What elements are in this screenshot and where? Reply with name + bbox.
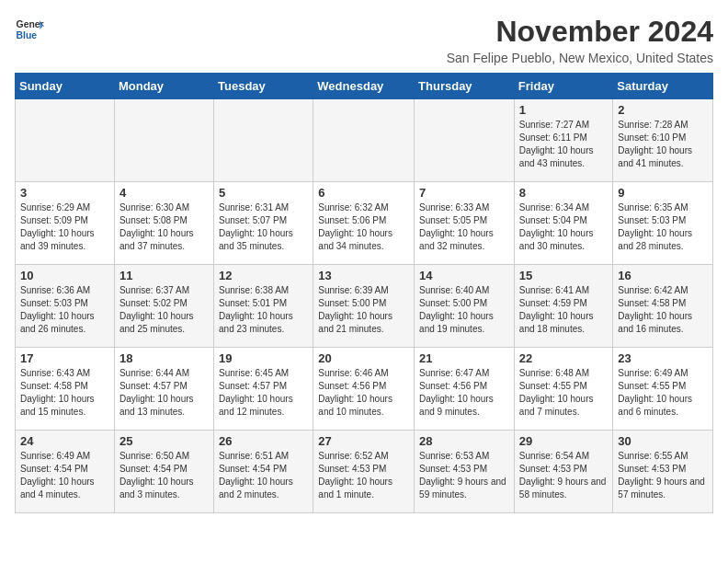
day-number: 8 xyxy=(519,186,609,200)
weekday-header-tuesday: Tuesday xyxy=(214,74,313,99)
day-info: Sunrise: 6:46 AM Sunset: 4:56 PM Dayligh… xyxy=(318,367,409,419)
day-number: 15 xyxy=(519,269,609,282)
day-info: Sunrise: 6:30 AM Sunset: 5:08 PM Dayligh… xyxy=(119,201,209,253)
day-info: Sunrise: 6:41 AM Sunset: 4:59 PM Dayligh… xyxy=(519,284,609,336)
day-cell-9: 9Sunrise: 6:35 AM Sunset: 5:03 PM Daylig… xyxy=(613,182,713,265)
calendar-table: SundayMondayTuesdayWednesdayThursdayFrid… xyxy=(15,73,713,513)
month-title: November 2024 xyxy=(447,15,713,49)
day-number: 20 xyxy=(318,351,409,365)
day-cell-27: 27Sunrise: 6:52 AM Sunset: 4:53 PM Dayli… xyxy=(313,431,415,513)
day-info: Sunrise: 6:42 AM Sunset: 4:58 PM Dayligh… xyxy=(618,284,708,336)
day-number: 9 xyxy=(618,186,708,200)
day-number: 2 xyxy=(618,103,708,117)
day-cell-10: 10Sunrise: 6:36 AM Sunset: 5:03 PM Dayli… xyxy=(16,265,115,348)
day-cell-26: 26Sunrise: 6:51 AM Sunset: 4:54 PM Dayli… xyxy=(214,431,313,513)
day-cell-11: 11Sunrise: 6:37 AM Sunset: 5:02 PM Dayli… xyxy=(114,265,213,348)
day-cell-22: 22Sunrise: 6:48 AM Sunset: 4:55 PM Dayli… xyxy=(514,348,613,431)
day-info: Sunrise: 6:55 AM Sunset: 4:53 PM Dayligh… xyxy=(618,450,708,501)
day-info: Sunrise: 6:34 AM Sunset: 5:04 PM Dayligh… xyxy=(519,201,609,253)
logo-icon: General Blue xyxy=(15,15,44,44)
day-info: Sunrise: 6:31 AM Sunset: 5:07 PM Dayligh… xyxy=(219,201,308,253)
day-number: 30 xyxy=(618,434,708,448)
day-info: Sunrise: 6:37 AM Sunset: 5:02 PM Dayligh… xyxy=(119,284,209,336)
day-info: Sunrise: 6:29 AM Sunset: 5:09 PM Dayligh… xyxy=(20,201,109,253)
day-info: Sunrise: 7:28 AM Sunset: 6:10 PM Dayligh… xyxy=(618,119,708,170)
day-info: Sunrise: 6:49 AM Sunset: 4:54 PM Dayligh… xyxy=(20,450,109,501)
weekday-header-wednesday: Wednesday xyxy=(313,74,415,99)
day-info: Sunrise: 6:35 AM Sunset: 5:03 PM Dayligh… xyxy=(618,201,708,253)
day-info: Sunrise: 6:39 AM Sunset: 5:00 PM Dayligh… xyxy=(318,284,409,336)
empty-cell xyxy=(214,99,313,182)
day-number: 7 xyxy=(419,186,509,200)
day-cell-6: 6Sunrise: 6:32 AM Sunset: 5:06 PM Daylig… xyxy=(313,182,415,265)
day-number: 18 xyxy=(119,351,209,365)
day-number: 27 xyxy=(318,434,409,448)
day-number: 11 xyxy=(119,269,209,282)
svg-text:Blue: Blue xyxy=(17,30,38,40)
day-info: Sunrise: 6:45 AM Sunset: 4:57 PM Dayligh… xyxy=(219,367,308,419)
day-number: 14 xyxy=(419,269,509,282)
weekday-header-saturday: Saturday xyxy=(613,74,713,99)
day-info: Sunrise: 6:40 AM Sunset: 5:00 PM Dayligh… xyxy=(419,284,509,336)
day-info: Sunrise: 6:33 AM Sunset: 5:05 PM Dayligh… xyxy=(419,201,509,253)
weekday-header-friday: Friday xyxy=(514,74,613,99)
day-number: 12 xyxy=(219,269,308,282)
day-cell-20: 20Sunrise: 6:46 AM Sunset: 4:56 PM Dayli… xyxy=(313,348,415,431)
day-number: 13 xyxy=(318,269,409,282)
day-cell-2: 2Sunrise: 7:28 AM Sunset: 6:10 PM Daylig… xyxy=(613,99,713,182)
empty-cell xyxy=(114,99,213,182)
day-cell-16: 16Sunrise: 6:42 AM Sunset: 4:58 PM Dayli… xyxy=(613,265,713,348)
weekday-header-sunday: Sunday xyxy=(16,74,115,99)
day-cell-17: 17Sunrise: 6:43 AM Sunset: 4:58 PM Dayli… xyxy=(16,348,115,431)
day-info: Sunrise: 6:53 AM Sunset: 4:53 PM Dayligh… xyxy=(419,450,509,501)
week-row-3: 10Sunrise: 6:36 AM Sunset: 5:03 PM Dayli… xyxy=(16,265,713,348)
day-info: Sunrise: 6:52 AM Sunset: 4:53 PM Dayligh… xyxy=(318,450,409,501)
day-info: Sunrise: 6:50 AM Sunset: 4:54 PM Dayligh… xyxy=(119,450,209,501)
day-number: 22 xyxy=(519,351,609,365)
location: San Felipe Pueblo, New Mexico, United St… xyxy=(447,51,713,65)
day-cell-4: 4Sunrise: 6:30 AM Sunset: 5:08 PM Daylig… xyxy=(114,182,213,265)
day-number: 29 xyxy=(519,434,609,448)
day-cell-3: 3Sunrise: 6:29 AM Sunset: 5:09 PM Daylig… xyxy=(16,182,115,265)
day-number: 6 xyxy=(318,186,409,200)
title-block: November 2024 San Felipe Pueblo, New Mex… xyxy=(447,15,713,65)
day-number: 24 xyxy=(20,434,109,448)
day-info: Sunrise: 6:48 AM Sunset: 4:55 PM Dayligh… xyxy=(519,367,609,419)
day-info: Sunrise: 7:27 AM Sunset: 6:11 PM Dayligh… xyxy=(519,119,609,170)
weekday-header-monday: Monday xyxy=(114,74,213,99)
day-cell-30: 30Sunrise: 6:55 AM Sunset: 4:53 PM Dayli… xyxy=(613,431,713,513)
week-row-4: 17Sunrise: 6:43 AM Sunset: 4:58 PM Dayli… xyxy=(16,348,713,431)
empty-cell xyxy=(313,99,415,182)
day-cell-5: 5Sunrise: 6:31 AM Sunset: 5:07 PM Daylig… xyxy=(214,182,313,265)
day-info: Sunrise: 6:49 AM Sunset: 4:55 PM Dayligh… xyxy=(618,367,708,419)
day-number: 21 xyxy=(419,351,509,365)
day-cell-29: 29Sunrise: 6:54 AM Sunset: 4:53 PM Dayli… xyxy=(514,431,613,513)
week-row-2: 3Sunrise: 6:29 AM Sunset: 5:09 PM Daylig… xyxy=(16,182,713,265)
day-cell-18: 18Sunrise: 6:44 AM Sunset: 4:57 PM Dayli… xyxy=(114,348,213,431)
day-cell-13: 13Sunrise: 6:39 AM Sunset: 5:00 PM Dayli… xyxy=(313,265,415,348)
day-number: 23 xyxy=(618,351,708,365)
day-number: 19 xyxy=(219,351,308,365)
day-number: 1 xyxy=(519,103,609,117)
day-number: 25 xyxy=(119,434,209,448)
day-cell-25: 25Sunrise: 6:50 AM Sunset: 4:54 PM Dayli… xyxy=(114,431,213,513)
day-cell-7: 7Sunrise: 6:33 AM Sunset: 5:05 PM Daylig… xyxy=(415,182,515,265)
day-info: Sunrise: 6:36 AM Sunset: 5:03 PM Dayligh… xyxy=(20,284,109,336)
day-number: 26 xyxy=(219,434,308,448)
page-header: General Blue November 2024 San Felipe Pu… xyxy=(15,15,713,65)
day-cell-1: 1Sunrise: 7:27 AM Sunset: 6:11 PM Daylig… xyxy=(514,99,613,182)
day-info: Sunrise: 6:51 AM Sunset: 4:54 PM Dayligh… xyxy=(219,450,308,501)
day-number: 17 xyxy=(20,351,109,365)
week-row-5: 24Sunrise: 6:49 AM Sunset: 4:54 PM Dayli… xyxy=(16,431,713,513)
day-cell-24: 24Sunrise: 6:49 AM Sunset: 4:54 PM Dayli… xyxy=(16,431,115,513)
day-info: Sunrise: 6:54 AM Sunset: 4:53 PM Dayligh… xyxy=(519,450,609,501)
day-info: Sunrise: 6:32 AM Sunset: 5:06 PM Dayligh… xyxy=(318,201,409,253)
day-number: 3 xyxy=(20,186,109,200)
day-info: Sunrise: 6:44 AM Sunset: 4:57 PM Dayligh… xyxy=(119,367,209,419)
empty-cell xyxy=(16,99,115,182)
day-cell-23: 23Sunrise: 6:49 AM Sunset: 4:55 PM Dayli… xyxy=(613,348,713,431)
day-cell-14: 14Sunrise: 6:40 AM Sunset: 5:00 PM Dayli… xyxy=(415,265,515,348)
empty-cell xyxy=(415,99,515,182)
logo: General Blue xyxy=(15,15,44,44)
day-info: Sunrise: 6:38 AM Sunset: 5:01 PM Dayligh… xyxy=(219,284,308,336)
